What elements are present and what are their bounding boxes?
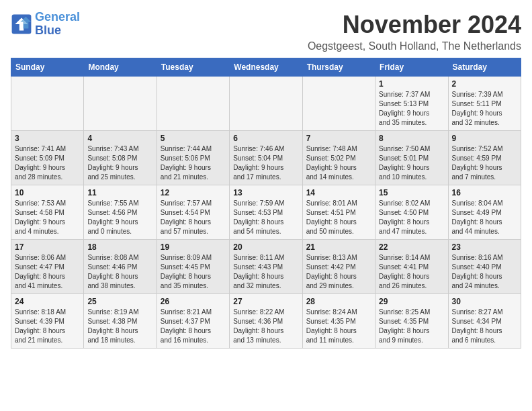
day-cell: 29Sunrise: 8:25 AM Sunset: 4:35 PM Dayli… xyxy=(375,294,448,349)
weekday-header-monday: Monday xyxy=(84,58,157,77)
day-number: 16 xyxy=(452,188,517,197)
day-number: 20 xyxy=(233,242,298,252)
header: General Blue November 2024 Oegstgeest, S… xyxy=(11,11,521,52)
day-number: 3 xyxy=(15,134,80,143)
day-cell: 23Sunrise: 8:16 AM Sunset: 4:40 PM Dayli… xyxy=(448,240,521,294)
main-title: November 2024 xyxy=(308,11,521,39)
day-cell: 21Sunrise: 8:13 AM Sunset: 4:42 PM Dayli… xyxy=(302,240,375,294)
day-cell: 1Sunrise: 7:37 AM Sunset: 5:13 PM Daylig… xyxy=(375,77,448,131)
day-detail: Sunrise: 7:37 AM Sunset: 5:13 PM Dayligh… xyxy=(379,90,444,128)
day-detail: Sunrise: 8:21 AM Sunset: 4:37 PM Dayligh… xyxy=(161,308,226,345)
day-number: 23 xyxy=(452,242,517,252)
day-detail: Sunrise: 8:14 AM Sunset: 4:41 PM Dayligh… xyxy=(379,253,444,291)
day-cell: 25Sunrise: 8:19 AM Sunset: 4:38 PM Dayli… xyxy=(84,294,157,349)
logo-text: General Blue xyxy=(35,11,80,38)
day-detail: Sunrise: 8:08 AM Sunset: 4:46 PM Dayligh… xyxy=(87,253,152,291)
day-cell: 17Sunrise: 8:06 AM Sunset: 4:47 PM Dayli… xyxy=(11,240,84,294)
day-detail: Sunrise: 8:01 AM Sunset: 4:51 PM Dayligh… xyxy=(306,199,371,236)
day-number: 4 xyxy=(87,134,152,143)
calendar-body: 1Sunrise: 7:37 AM Sunset: 5:13 PM Daylig… xyxy=(11,77,521,349)
day-number: 26 xyxy=(161,297,226,306)
day-cell: 24Sunrise: 8:18 AM Sunset: 4:39 PM Dayli… xyxy=(11,294,84,349)
day-cell xyxy=(157,77,229,131)
day-cell: 20Sunrise: 8:11 AM Sunset: 4:43 PM Dayli… xyxy=(230,240,302,294)
day-cell: 13Sunrise: 7:59 AM Sunset: 4:53 PM Dayli… xyxy=(230,185,302,240)
day-detail: Sunrise: 8:25 AM Sunset: 4:35 PM Dayligh… xyxy=(379,308,444,345)
day-cell xyxy=(11,77,84,131)
day-number: 10 xyxy=(15,188,80,197)
weekday-header-friday: Friday xyxy=(375,58,448,77)
day-number: 22 xyxy=(379,242,444,252)
day-number: 1 xyxy=(379,79,444,89)
day-detail: Sunrise: 7:55 AM Sunset: 4:56 PM Dayligh… xyxy=(87,199,152,236)
day-detail: Sunrise: 8:16 AM Sunset: 4:40 PM Dayligh… xyxy=(452,253,517,291)
day-detail: Sunrise: 7:41 AM Sunset: 5:09 PM Dayligh… xyxy=(15,144,80,182)
day-cell: 11Sunrise: 7:55 AM Sunset: 4:56 PM Dayli… xyxy=(84,185,157,240)
day-cell: 9Sunrise: 7:52 AM Sunset: 4:59 PM Daylig… xyxy=(448,131,521,185)
day-cell: 7Sunrise: 7:48 AM Sunset: 5:02 PM Daylig… xyxy=(302,131,375,185)
weekday-header-sunday: Sunday xyxy=(11,58,84,77)
day-detail: Sunrise: 8:24 AM Sunset: 4:35 PM Dayligh… xyxy=(306,308,371,345)
day-number: 15 xyxy=(379,188,444,197)
day-detail: Sunrise: 7:48 AM Sunset: 5:02 PM Dayligh… xyxy=(306,144,371,182)
week-row-1: 1Sunrise: 7:37 AM Sunset: 5:13 PM Daylig… xyxy=(11,77,521,131)
day-number: 19 xyxy=(161,242,226,252)
day-number: 18 xyxy=(87,242,152,252)
day-number: 11 xyxy=(87,188,152,197)
weekday-header-row: SundayMondayTuesdayWednesdayThursdayFrid… xyxy=(11,58,521,77)
day-cell: 5Sunrise: 7:44 AM Sunset: 5:06 PM Daylig… xyxy=(157,131,229,185)
day-detail: Sunrise: 8:27 AM Sunset: 4:34 PM Dayligh… xyxy=(452,308,517,345)
day-detail: Sunrise: 7:52 AM Sunset: 4:59 PM Dayligh… xyxy=(452,144,517,182)
day-number: 8 xyxy=(379,134,444,143)
day-number: 9 xyxy=(452,134,517,143)
day-number: 13 xyxy=(233,188,298,197)
day-detail: Sunrise: 8:04 AM Sunset: 4:49 PM Dayligh… xyxy=(452,199,517,236)
weekday-header-thursday: Thursday xyxy=(302,58,375,77)
logo-icon xyxy=(11,13,32,35)
day-detail: Sunrise: 7:57 AM Sunset: 4:54 PM Dayligh… xyxy=(161,199,226,236)
day-cell: 15Sunrise: 8:02 AM Sunset: 4:50 PM Dayli… xyxy=(375,185,448,240)
day-number: 21 xyxy=(306,242,371,252)
day-number: 14 xyxy=(306,188,371,197)
day-number: 28 xyxy=(306,297,371,306)
day-number: 5 xyxy=(161,134,226,143)
day-detail: Sunrise: 7:59 AM Sunset: 4:53 PM Dayligh… xyxy=(233,199,298,236)
day-detail: Sunrise: 8:18 AM Sunset: 4:39 PM Dayligh… xyxy=(15,308,80,345)
day-cell: 10Sunrise: 7:53 AM Sunset: 4:58 PM Dayli… xyxy=(11,185,84,240)
day-detail: Sunrise: 7:46 AM Sunset: 5:04 PM Dayligh… xyxy=(233,144,298,182)
weekday-header-tuesday: Tuesday xyxy=(157,58,229,77)
day-cell: 18Sunrise: 8:08 AM Sunset: 4:46 PM Dayli… xyxy=(84,240,157,294)
day-cell: 2Sunrise: 7:39 AM Sunset: 5:11 PM Daylig… xyxy=(448,77,521,131)
day-number: 6 xyxy=(233,134,298,143)
day-number: 27 xyxy=(233,297,298,306)
day-cell: 26Sunrise: 8:21 AM Sunset: 4:37 PM Dayli… xyxy=(157,294,229,349)
day-cell: 14Sunrise: 8:01 AM Sunset: 4:51 PM Dayli… xyxy=(302,185,375,240)
day-cell xyxy=(84,77,157,131)
day-number: 30 xyxy=(452,297,517,306)
day-cell: 16Sunrise: 8:04 AM Sunset: 4:49 PM Dayli… xyxy=(448,185,521,240)
day-cell: 30Sunrise: 8:27 AM Sunset: 4:34 PM Dayli… xyxy=(448,294,521,349)
calendar-table: SundayMondayTuesdayWednesdayThursdayFrid… xyxy=(11,58,521,349)
title-section: November 2024 Oegstgeest, South Holland,… xyxy=(308,11,521,52)
day-detail: Sunrise: 8:22 AM Sunset: 4:36 PM Dayligh… xyxy=(233,308,298,345)
day-cell: 12Sunrise: 7:57 AM Sunset: 4:54 PM Dayli… xyxy=(157,185,229,240)
day-number: 2 xyxy=(452,79,517,89)
day-number: 17 xyxy=(15,242,80,252)
day-cell: 19Sunrise: 8:09 AM Sunset: 4:45 PM Dayli… xyxy=(157,240,229,294)
day-cell: 22Sunrise: 8:14 AM Sunset: 4:41 PM Dayli… xyxy=(375,240,448,294)
day-number: 7 xyxy=(306,134,371,143)
day-detail: Sunrise: 7:39 AM Sunset: 5:11 PM Dayligh… xyxy=(452,90,517,128)
subtitle: Oegstgeest, South Holland, The Netherlan… xyxy=(308,40,521,52)
weekday-header-wednesday: Wednesday xyxy=(230,58,302,77)
day-detail: Sunrise: 8:02 AM Sunset: 4:50 PM Dayligh… xyxy=(379,199,444,236)
day-detail: Sunrise: 7:50 AM Sunset: 5:01 PM Dayligh… xyxy=(379,144,444,182)
day-cell: 27Sunrise: 8:22 AM Sunset: 4:36 PM Dayli… xyxy=(230,294,302,349)
day-cell: 6Sunrise: 7:46 AM Sunset: 5:04 PM Daylig… xyxy=(230,131,302,185)
day-number: 12 xyxy=(161,188,226,197)
day-detail: Sunrise: 8:06 AM Sunset: 4:47 PM Dayligh… xyxy=(15,253,80,291)
week-row-4: 17Sunrise: 8:06 AM Sunset: 4:47 PM Dayli… xyxy=(11,240,521,294)
weekday-header-saturday: Saturday xyxy=(448,58,521,77)
day-number: 25 xyxy=(87,297,152,306)
day-number: 29 xyxy=(379,297,444,306)
day-cell xyxy=(302,77,375,131)
